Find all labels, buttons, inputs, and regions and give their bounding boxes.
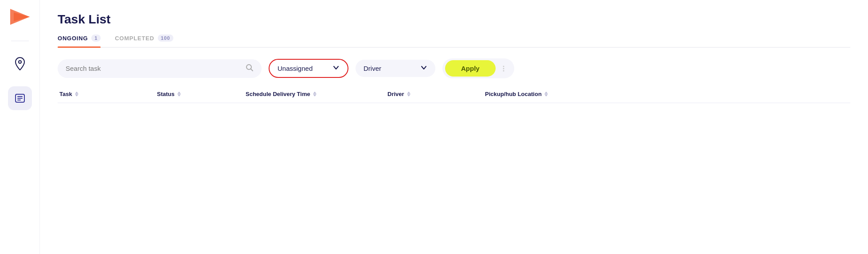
status-dropdown-label: Unassigned	[278, 65, 328, 72]
sort-icon-pickup	[544, 92, 548, 96]
tab-ongoing-label: ONGOING	[58, 35, 88, 42]
svg-point-10	[503, 68, 504, 69]
tab-completed-label: COMPLETED	[115, 35, 154, 42]
sidebar-item-location[interactable]	[8, 52, 32, 76]
search-input[interactable]	[66, 65, 241, 72]
tab-completed[interactable]: COMPLETED 100	[115, 35, 173, 47]
sort-icon-schedule	[313, 92, 317, 96]
sidebar-divider	[11, 41, 29, 41]
tab-ongoing[interactable]: ONGOING 1	[58, 35, 101, 47]
column-schedule[interactable]: Schedule Delivery Time	[246, 91, 387, 97]
svg-point-2	[19, 61, 21, 63]
chevron-down-icon	[332, 64, 340, 73]
status-dropdown[interactable]: Unassigned	[269, 59, 348, 78]
column-pickup[interactable]: Pickup/hub Location	[485, 91, 848, 97]
column-status[interactable]: Status	[157, 91, 246, 97]
filters-row: Unassigned Driver Apply	[58, 58, 850, 78]
tab-completed-badge: 100	[158, 35, 173, 42]
column-pickup-label: Pickup/hub Location	[485, 91, 542, 97]
sort-icon-task	[75, 92, 78, 96]
main-content: Task List ONGOING 1 COMPLETED 100 Unassi…	[40, 0, 868, 254]
page-title: Task List	[58, 12, 850, 27]
chevron-down-icon-2	[420, 64, 427, 73]
sidebar	[0, 0, 40, 254]
column-driver[interactable]: Driver	[387, 91, 485, 97]
table-divider	[58, 103, 850, 103]
sidebar-item-tasks[interactable]	[8, 86, 32, 110]
svg-point-11	[503, 70, 504, 71]
table-header: Task Status Schedule Delivery Time Drive…	[58, 91, 850, 97]
column-driver-label: Driver	[387, 91, 404, 97]
sort-icon-driver	[407, 92, 411, 96]
column-task[interactable]: Task	[59, 91, 157, 97]
svg-line-8	[251, 69, 253, 71]
tab-ongoing-badge: 1	[91, 35, 101, 42]
driver-dropdown-label: Driver	[364, 65, 416, 72]
sort-icon-status	[177, 92, 181, 96]
search-box[interactable]	[58, 59, 262, 78]
apply-button[interactable]: Apply	[445, 60, 496, 77]
driver-dropdown[interactable]: Driver	[356, 60, 435, 77]
sidebar-logo[interactable]	[10, 9, 30, 30]
column-status-label: Status	[157, 91, 175, 97]
column-schedule-label: Schedule Delivery Time	[246, 91, 310, 97]
svg-point-9	[503, 65, 504, 67]
apply-button-wrap: Apply	[442, 58, 514, 78]
more-options-icon[interactable]	[496, 61, 512, 77]
search-icon	[246, 64, 254, 73]
column-task-label: Task	[59, 91, 72, 97]
tabs-container: ONGOING 1 COMPLETED 100	[58, 35, 850, 48]
